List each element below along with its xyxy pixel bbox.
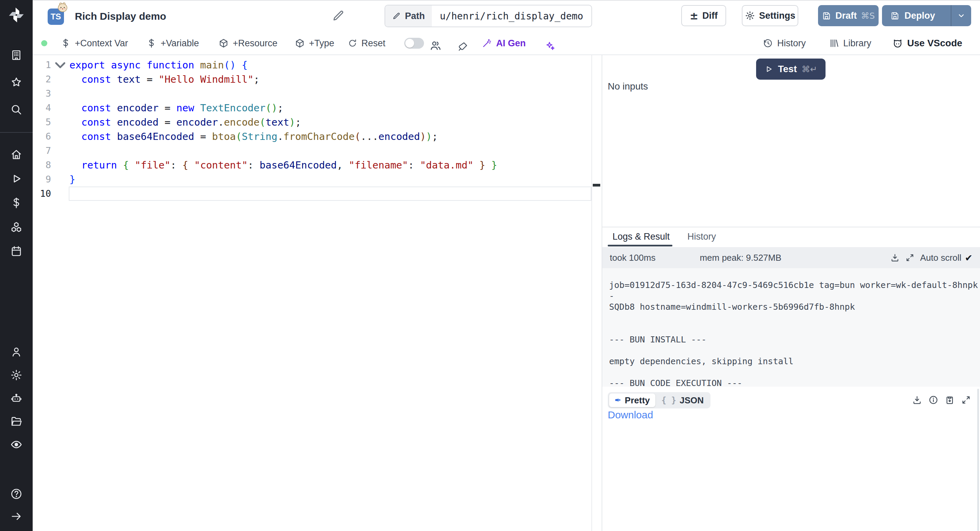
info-button[interactable] (928, 395, 939, 405)
settings-label: Settings (759, 11, 795, 21)
json-view-button[interactable]: { } JSON (656, 394, 709, 407)
play-icon (764, 65, 773, 73)
windmill-script-editor: TS Rich Display demo Path u/henri/rich_d… (0, 0, 980, 531)
windmill-logo[interactable] (8, 6, 25, 24)
clipboard-button[interactable] (945, 395, 955, 405)
fold-gutter (51, 72, 69, 86)
tab-history[interactable]: History (687, 231, 716, 242)
code-text: const encoder = new TextEncoder(); (69, 101, 283, 115)
sidebar-cubes-button[interactable] (9, 220, 24, 234)
sidebar-folder-button[interactable] (9, 414, 24, 429)
reset-button[interactable]: Reset (348, 35, 385, 52)
test-button[interactable]: Test ⌘↵ (756, 59, 826, 80)
download-button[interactable] (890, 253, 900, 262)
code-text: return { "file": { "content": base64Enco… (69, 158, 497, 172)
add-context-var-button[interactable]: +Context Var (60, 35, 128, 52)
sidebar-calendar-button[interactable] (9, 244, 24, 259)
arrow-right-icon (10, 510, 22, 523)
code-line-3[interactable]: 3 (33, 86, 601, 101)
code-line-5[interactable]: 5 const encoded = encoder.encode(text); (33, 115, 601, 129)
ai-gen-button[interactable]: AI Gen (482, 35, 526, 52)
bun-emoji-icon (57, 2, 68, 13)
path-field[interactable]: Path u/henri/rich_display_demo (385, 5, 592, 27)
job-logs: job=01912d75-163d-8204-47c9-5469c516cb1e… (602, 268, 980, 387)
download-button[interactable] (912, 395, 922, 405)
active-tab-underline (608, 245, 672, 246)
line-number: 8 (33, 158, 51, 172)
edit-summary-button[interactable] (331, 9, 345, 22)
run-panel-divider (602, 227, 980, 227)
history-button[interactable]: History (763, 35, 806, 52)
sidebar-group-main (9, 147, 24, 259)
add-resource-button[interactable]: +Resource (218, 35, 277, 52)
format-code-button[interactable] (457, 38, 468, 55)
pretty-view-button[interactable]: ✒ Pretty (609, 394, 655, 407)
sidebar-help-button[interactable] (9, 486, 24, 501)
users-icon (430, 40, 442, 52)
vscode-cat-icon (892, 38, 903, 49)
sidebar-star-button[interactable] (9, 75, 24, 90)
history-label: History (777, 38, 806, 49)
deploy-dropdown-button[interactable] (951, 5, 971, 26)
expand-button[interactable] (905, 253, 915, 262)
sidebar-arrow-right-button[interactable] (9, 509, 24, 524)
line-number: 10 (33, 187, 51, 201)
line-number: 6 (33, 129, 51, 144)
library-button[interactable]: Library (829, 35, 872, 52)
fold-chevron-icon[interactable] (51, 58, 69, 72)
sidebar-eye-button[interactable] (9, 437, 24, 452)
sidebar-play-button[interactable] (9, 171, 24, 186)
ai-sparkles-button[interactable] (544, 37, 555, 54)
add-resource-label: +Resource (233, 38, 277, 49)
diff-button[interactable]: ± Diff (681, 5, 726, 26)
sidebar-user-button[interactable] (9, 344, 24, 359)
multiplayer-toggle[interactable] (404, 38, 424, 49)
dollar-icon (10, 197, 22, 209)
sidebar-group-footer (9, 486, 24, 524)
code-line-2[interactable]: 2 const text = "Hello Windmill"; (33, 72, 601, 86)
auto-scroll-toggle[interactable]: Auto scroll ✔ (920, 253, 972, 263)
current-line-highlight (69, 187, 592, 201)
pencil-icon (392, 11, 401, 21)
code-line-4[interactable]: 4 const encoder = new TextEncoder(); (33, 101, 601, 115)
fold-gutter (51, 129, 69, 144)
path-label-segment: Path (385, 5, 432, 27)
tab-logs-and-result[interactable]: Logs & Result (612, 231, 670, 242)
sidebar-group-top (9, 48, 24, 117)
code-line-1[interactable]: 1export async function main() { (33, 58, 601, 72)
code-editor[interactable]: 1export async function main() {2 const t… (33, 55, 601, 531)
result-scrollbar[interactable] (977, 389, 979, 531)
download-result-link[interactable]: Download (608, 409, 653, 421)
sidebar-search-button[interactable] (9, 102, 24, 117)
settings-button[interactable]: Settings (742, 5, 798, 26)
sidebar (0, 0, 33, 531)
sidebar-dollar-button[interactable] (9, 195, 24, 210)
code-line-7[interactable]: 7 (33, 144, 601, 158)
sidebar-gear-button[interactable] (9, 368, 24, 383)
code-line-6[interactable]: 6 const base64Encoded = btoa(String.from… (33, 129, 601, 144)
info-icon (928, 395, 939, 405)
building-icon (10, 49, 22, 61)
help-icon (10, 488, 22, 500)
fold-gutter (51, 101, 69, 115)
draft-button[interactable]: Draft ⌘S (818, 5, 878, 26)
code-line-8[interactable]: 8 return { "file": { "content": base64En… (33, 158, 601, 172)
duration-text: took 100ms (610, 253, 655, 263)
sidebar-robot-button[interactable] (9, 391, 24, 406)
sidebar-group-account (9, 344, 24, 452)
sidebar-home-button[interactable] (9, 147, 24, 162)
use-vscode-button[interactable]: Use VScode (892, 35, 962, 52)
braces-icon: { } (662, 395, 676, 405)
editor-scrollbar-track[interactable] (592, 55, 592, 531)
line-number: 9 (33, 172, 51, 187)
multiplayer-users-button[interactable] (430, 37, 442, 54)
expand-button[interactable] (961, 395, 971, 405)
sidebar-building-button[interactable] (9, 48, 24, 63)
code-line-9[interactable]: 9} (33, 172, 601, 187)
add-variable-button[interactable]: +Variable (146, 35, 199, 52)
add-type-button[interactable]: +Type (295, 35, 334, 52)
code-line-10[interactable]: 10 (33, 187, 601, 201)
package-icon (295, 38, 305, 48)
deploy-button[interactable]: Deploy (882, 5, 971, 26)
save-icon (822, 11, 831, 21)
